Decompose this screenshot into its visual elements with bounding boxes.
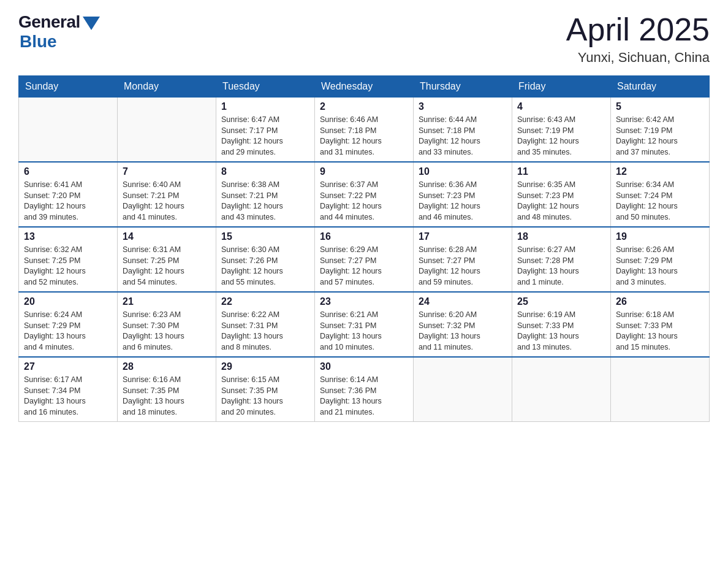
- day-number: 21: [123, 296, 211, 307]
- calendar-cell: 21Sunrise: 6:23 AM Sunset: 7:30 PM Dayli…: [118, 292, 216, 357]
- calendar-table: SundayMondayTuesdayWednesdayThursdayFrid…: [18, 75, 710, 422]
- day-info: Sunrise: 6:32 AM Sunset: 7:25 PM Dayligh…: [24, 245, 112, 288]
- day-number: 2: [320, 101, 408, 112]
- calendar-cell: 5Sunrise: 6:42 AM Sunset: 7:19 PM Daylig…: [611, 98, 710, 163]
- calendar-cell: [118, 98, 216, 163]
- day-number: 27: [24, 361, 112, 372]
- logo-triangle-icon: [83, 17, 100, 30]
- day-number: 29: [221, 361, 309, 372]
- calendar-week-row: 13Sunrise: 6:32 AM Sunset: 7:25 PM Dayli…: [19, 227, 710, 292]
- calendar-cell: 28Sunrise: 6:16 AM Sunset: 7:35 PM Dayli…: [118, 357, 216, 422]
- calendar-header-thursday: Thursday: [414, 76, 512, 98]
- day-info: Sunrise: 6:42 AM Sunset: 7:19 PM Dayligh…: [616, 115, 704, 158]
- calendar-week-row: 27Sunrise: 6:17 AM Sunset: 7:34 PM Dayli…: [19, 357, 710, 422]
- day-number: 23: [320, 296, 408, 307]
- calendar-cell: 13Sunrise: 6:32 AM Sunset: 7:25 PM Dayli…: [19, 227, 118, 292]
- calendar-header-tuesday: Tuesday: [216, 76, 315, 98]
- day-info: Sunrise: 6:31 AM Sunset: 7:25 PM Dayligh…: [123, 245, 211, 288]
- day-number: 14: [123, 231, 211, 242]
- day-info: Sunrise: 6:22 AM Sunset: 7:31 PM Dayligh…: [221, 310, 309, 353]
- calendar-cell: 12Sunrise: 6:34 AM Sunset: 7:24 PM Dayli…: [611, 162, 710, 227]
- day-info: Sunrise: 6:41 AM Sunset: 7:20 PM Dayligh…: [24, 180, 112, 223]
- day-info: Sunrise: 6:18 AM Sunset: 7:33 PM Dayligh…: [616, 310, 704, 353]
- day-info: Sunrise: 6:26 AM Sunset: 7:29 PM Dayligh…: [616, 245, 704, 288]
- calendar-cell: 19Sunrise: 6:26 AM Sunset: 7:29 PM Dayli…: [611, 227, 710, 292]
- day-info: Sunrise: 6:14 AM Sunset: 7:36 PM Dayligh…: [320, 375, 408, 418]
- calendar-cell: [611, 357, 710, 422]
- calendar-cell: 23Sunrise: 6:21 AM Sunset: 7:31 PM Dayli…: [315, 292, 414, 357]
- day-info: Sunrise: 6:15 AM Sunset: 7:35 PM Dayligh…: [221, 375, 309, 418]
- calendar-cell: 16Sunrise: 6:29 AM Sunset: 7:27 PM Dayli…: [315, 227, 414, 292]
- day-number: 9: [320, 166, 408, 177]
- logo-blue-text: Blue: [20, 32, 57, 52]
- day-number: 25: [517, 296, 605, 307]
- day-info: Sunrise: 6:20 AM Sunset: 7:32 PM Dayligh…: [419, 310, 507, 353]
- calendar-cell: [19, 98, 118, 163]
- calendar-cell: 10Sunrise: 6:36 AM Sunset: 7:23 PM Dayli…: [414, 162, 512, 227]
- day-number: 13: [24, 231, 112, 242]
- calendar-cell: 1Sunrise: 6:47 AM Sunset: 7:17 PM Daylig…: [216, 98, 315, 163]
- day-info: Sunrise: 6:34 AM Sunset: 7:24 PM Dayligh…: [616, 180, 704, 223]
- day-number: 11: [517, 166, 605, 177]
- calendar-cell: 26Sunrise: 6:18 AM Sunset: 7:33 PM Dayli…: [611, 292, 710, 357]
- calendar-week-row: 1Sunrise: 6:47 AM Sunset: 7:17 PM Daylig…: [19, 98, 710, 163]
- calendar-cell: 3Sunrise: 6:44 AM Sunset: 7:18 PM Daylig…: [414, 98, 512, 163]
- day-number: 3: [419, 101, 507, 112]
- logo-general-text: General: [18, 12, 80, 32]
- calendar-cell: 15Sunrise: 6:30 AM Sunset: 7:26 PM Dayli…: [216, 227, 315, 292]
- day-info: Sunrise: 6:36 AM Sunset: 7:23 PM Dayligh…: [419, 180, 507, 223]
- day-number: 5: [616, 101, 704, 112]
- calendar-cell: 29Sunrise: 6:15 AM Sunset: 7:35 PM Dayli…: [216, 357, 315, 422]
- day-info: Sunrise: 6:38 AM Sunset: 7:21 PM Dayligh…: [221, 180, 309, 223]
- day-info: Sunrise: 6:28 AM Sunset: 7:27 PM Dayligh…: [419, 245, 507, 288]
- calendar-cell: 9Sunrise: 6:37 AM Sunset: 7:22 PM Daylig…: [315, 162, 414, 227]
- calendar-header-row: SundayMondayTuesdayWednesdayThursdayFrid…: [19, 76, 710, 98]
- calendar-cell: [414, 357, 512, 422]
- day-number: 19: [616, 231, 704, 242]
- day-info: Sunrise: 6:46 AM Sunset: 7:18 PM Dayligh…: [320, 115, 408, 158]
- calendar-header-wednesday: Wednesday: [315, 76, 414, 98]
- day-info: Sunrise: 6:24 AM Sunset: 7:29 PM Dayligh…: [24, 310, 112, 353]
- calendar-header-monday: Monday: [118, 76, 216, 98]
- day-info: Sunrise: 6:29 AM Sunset: 7:27 PM Dayligh…: [320, 245, 408, 288]
- calendar-cell: 27Sunrise: 6:17 AM Sunset: 7:34 PM Dayli…: [19, 357, 118, 422]
- day-number: 17: [419, 231, 507, 242]
- day-number: 6: [24, 166, 112, 177]
- day-number: 22: [221, 296, 309, 307]
- day-number: 10: [419, 166, 507, 177]
- calendar-cell: 17Sunrise: 6:28 AM Sunset: 7:27 PM Dayli…: [414, 227, 512, 292]
- calendar-cell: 8Sunrise: 6:38 AM Sunset: 7:21 PM Daylig…: [216, 162, 315, 227]
- title-area: April 2025 Yunxi, Sichuan, China: [566, 12, 710, 66]
- calendar-cell: 24Sunrise: 6:20 AM Sunset: 7:32 PM Dayli…: [414, 292, 512, 357]
- day-info: Sunrise: 6:27 AM Sunset: 7:28 PM Dayligh…: [517, 245, 605, 288]
- calendar-cell: 14Sunrise: 6:31 AM Sunset: 7:25 PM Dayli…: [118, 227, 216, 292]
- day-info: Sunrise: 6:43 AM Sunset: 7:19 PM Dayligh…: [517, 115, 605, 158]
- calendar-cell: 22Sunrise: 6:22 AM Sunset: 7:31 PM Dayli…: [216, 292, 315, 357]
- day-number: 30: [320, 361, 408, 372]
- day-number: 4: [517, 101, 605, 112]
- day-info: Sunrise: 6:44 AM Sunset: 7:18 PM Dayligh…: [419, 115, 507, 158]
- calendar-header-saturday: Saturday: [611, 76, 710, 98]
- logo: General Blue: [18, 12, 100, 52]
- location-title: Yunxi, Sichuan, China: [566, 50, 710, 66]
- day-number: 16: [320, 231, 408, 242]
- calendar-cell: 25Sunrise: 6:19 AM Sunset: 7:33 PM Dayli…: [512, 292, 611, 357]
- day-number: 26: [616, 296, 704, 307]
- calendar-cell: 7Sunrise: 6:40 AM Sunset: 7:21 PM Daylig…: [118, 162, 216, 227]
- calendar-week-row: 20Sunrise: 6:24 AM Sunset: 7:29 PM Dayli…: [19, 292, 710, 357]
- day-info: Sunrise: 6:17 AM Sunset: 7:34 PM Dayligh…: [24, 375, 112, 418]
- day-number: 8: [221, 166, 309, 177]
- calendar-cell: 4Sunrise: 6:43 AM Sunset: 7:19 PM Daylig…: [512, 98, 611, 163]
- calendar-cell: 2Sunrise: 6:46 AM Sunset: 7:18 PM Daylig…: [315, 98, 414, 163]
- day-number: 24: [419, 296, 507, 307]
- day-info: Sunrise: 6:35 AM Sunset: 7:23 PM Dayligh…: [517, 180, 605, 223]
- month-title: April 2025: [566, 12, 710, 47]
- calendar-header-friday: Friday: [512, 76, 611, 98]
- day-info: Sunrise: 6:40 AM Sunset: 7:21 PM Dayligh…: [123, 180, 211, 223]
- calendar-cell: 20Sunrise: 6:24 AM Sunset: 7:29 PM Dayli…: [19, 292, 118, 357]
- day-info: Sunrise: 6:30 AM Sunset: 7:26 PM Dayligh…: [221, 245, 309, 288]
- calendar-cell: 18Sunrise: 6:27 AM Sunset: 7:28 PM Dayli…: [512, 227, 611, 292]
- day-number: 7: [123, 166, 211, 177]
- day-info: Sunrise: 6:19 AM Sunset: 7:33 PM Dayligh…: [517, 310, 605, 353]
- day-number: 18: [517, 231, 605, 242]
